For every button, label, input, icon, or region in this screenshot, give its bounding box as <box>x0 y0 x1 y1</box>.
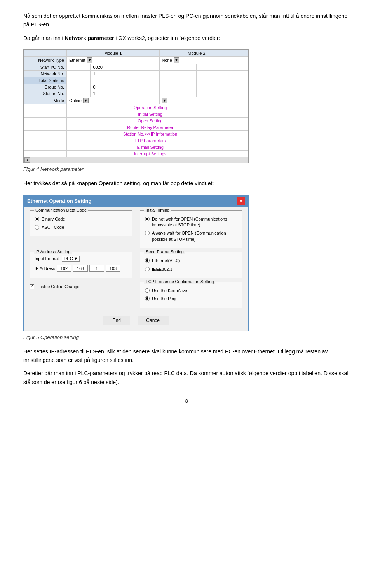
col-header-empty <box>24 50 67 57</box>
figure5-caption: Figur 5 Operation setting <box>23 334 79 340</box>
row-label: Mode <box>24 97 67 104</box>
tcp-existence-section: TCP Existence Confirmation Setting Use t… <box>140 282 242 308</box>
dialog-buttons: End Cancel <box>30 316 242 325</box>
row-label: Network Type <box>24 57 67 64</box>
ping-option[interactable]: Use the Ping <box>145 296 237 302</box>
ip-octet-4[interactable] <box>106 265 120 272</box>
ip-address-label: IP Address <box>35 266 55 271</box>
dropdown-icon[interactable]: ▼ <box>174 57 179 63</box>
plc-prefix: Deretter går man inn i PLC-parameters og… <box>23 370 152 376</box>
link-interrupt[interactable]: Interrupt Settings <box>67 151 234 157</box>
enable-online-checkbox-item[interactable]: Enable Online Change <box>30 284 80 289</box>
link-operation-setting[interactable]: Operation Setting <box>67 104 234 111</box>
ip-octet-3[interactable] <box>89 265 104 272</box>
initial-timing-section-box: Initial Timing Do not wait for OPEN (Com… <box>140 210 242 249</box>
table-row: Network No. 1 <box>24 71 248 77</box>
col-header-extra <box>234 50 248 57</box>
network-table-wrapper: Module 1 Module 2 Network Type Ethernet … <box>23 49 249 163</box>
table-row: Station No. 1 <box>24 90 248 97</box>
comm-data-code-section: Communication Data Code Binary Code ASCI… <box>30 210 132 237</box>
intro-para2-suffix: i GX works2, og setter inn følgende verd… <box>114 35 220 41</box>
link-router-relay[interactable]: Router Relay Parameter <box>67 124 234 131</box>
row-label: Network No. <box>24 71 67 77</box>
keepalive-option[interactable]: Use the KeepAlive <box>145 288 237 294</box>
link-email[interactable]: E-mail Setting <box>67 144 234 151</box>
dropdown-icon[interactable]: ▼ <box>83 98 89 103</box>
ethernet-v2-label: Ethernet(V2.0) <box>152 258 180 264</box>
col-header-module2: Module 2 <box>159 50 234 57</box>
network-parameter-link[interactable]: Network parameter <box>65 35 114 41</box>
table-row: Initial Setting <box>24 111 248 118</box>
table-row: Open Setting <box>24 118 248 124</box>
table-row: Operation Setting <box>24 104 248 111</box>
scroll-bar: ◄ <box>24 157 248 163</box>
row-val: Online ▼ <box>67 97 160 104</box>
end-button[interactable]: End <box>103 316 130 325</box>
ascii-code-option[interactable]: ASCII Code <box>35 224 127 230</box>
no-wait-open-radio[interactable] <box>145 217 150 221</box>
figure4-caption: Figur 4 Network parameter <box>23 166 84 172</box>
table-row: Router Relay Parameter <box>24 124 248 131</box>
network-table: Module 1 Module 2 Network Type Ethernet … <box>24 50 248 157</box>
always-wait-open-option[interactable]: Always wait for OPEN (Communication poss… <box>145 230 237 242</box>
input-format-dropdown[interactable]: DEC ▼ <box>62 256 80 262</box>
scroll-left-button[interactable]: ◄ <box>24 157 30 163</box>
row-label: Total Stations <box>24 77 67 84</box>
dialog-top-row: Communication Data Code Binary Code ASCI… <box>30 210 242 252</box>
ieee8023-label: IEEE802.3 <box>152 266 173 272</box>
ip-address-title: IP Address Setting <box>34 249 72 254</box>
table-row: Group No. 0 <box>24 84 248 90</box>
row-val: 0020 <box>91 64 159 71</box>
middle-row: IP Address Setting Input Format DEC ▼ IP… <box>30 252 242 278</box>
binary-code-label: Binary Code <box>42 216 65 222</box>
ethernet-v2-option[interactable]: Ethernet(V2.0) <box>145 258 237 264</box>
ip-address-row: IP Address <box>35 265 127 272</box>
dialog-close-button[interactable]: × <box>237 197 245 205</box>
bottom-row: Enable Online Change TCP Existence Confi… <box>30 282 242 312</box>
link-open-setting[interactable]: Open Setting <box>67 118 234 124</box>
plc-para: Deretter går man inn i PLC-parameters og… <box>23 369 350 386</box>
ip-octet-2[interactable] <box>73 265 88 272</box>
comm-data-section: Communication Data Code Binary Code ASCI… <box>30 210 132 252</box>
input-format-label: Input Format <box>35 256 59 261</box>
ip-octet-1[interactable] <box>57 265 71 272</box>
cancel-button[interactable]: Cancel <box>138 316 169 325</box>
comm-data-code-options: Binary Code ASCII Code <box>35 216 127 231</box>
ping-label: Use the Ping <box>152 296 176 302</box>
row-label: Station No. <box>24 90 67 97</box>
always-wait-open-radio[interactable] <box>145 231 150 235</box>
ip-para: Her settes IP-adressen til PLS-en, slik … <box>23 347 350 365</box>
dialog-titlebar: Ethernet Operation Setting × <box>24 196 248 207</box>
operation-setting-link[interactable]: Operation setting <box>99 180 140 186</box>
ieee8023-option[interactable]: IEEE802.3 <box>145 266 237 272</box>
ieee8023-radio[interactable] <box>145 267 150 271</box>
dropdown-icon[interactable]: ▼ <box>162 98 167 103</box>
send-frame-section: Send Frame Setting Ethernet(V2.0) IEEE80… <box>140 252 242 278</box>
link-ftp[interactable]: FTP Parameters <box>67 137 234 144</box>
page-number: 8 <box>23 398 350 404</box>
intro-para1: Nå som det er opprettet kommunikasjon me… <box>23 12 350 29</box>
binary-code-option[interactable]: Binary Code <box>35 216 127 222</box>
link-initial-setting[interactable]: Initial Setting <box>67 111 234 118</box>
row-label: Group No. <box>24 84 67 90</box>
dropdown-icon[interactable]: ▼ <box>87 57 92 63</box>
ascii-code-label: ASCII Code <box>42 224 64 230</box>
binary-code-radio[interactable] <box>35 217 39 221</box>
table-row: Total Stations <box>24 77 248 84</box>
figure4-container: Module 1 Module 2 Network Type Ethernet … <box>23 49 350 172</box>
keepalive-radio[interactable] <box>145 288 150 293</box>
ping-radio[interactable] <box>145 296 150 301</box>
dialog-body: Communication Data Code Binary Code ASCI… <box>24 207 248 331</box>
operation-para: Her trykkes det så på knappen Operation … <box>23 179 350 188</box>
keepalive-label: Use the KeepAlive <box>152 288 187 294</box>
enable-online-checkbox[interactable] <box>30 284 34 289</box>
no-wait-open-option[interactable]: Do not wait for OPEN (Communications imp… <box>145 216 237 228</box>
row-val2: None ▼ <box>159 57 234 64</box>
ethernet-v2-radio[interactable] <box>145 258 150 263</box>
ascii-code-radio[interactable] <box>35 225 39 230</box>
tcp-existence-options: Use the KeepAlive Use the Ping <box>145 288 237 302</box>
read-plc-data-link[interactable]: read PLC data. <box>152 370 188 376</box>
link-station-ip[interactable]: Station No.<->IP Information <box>67 131 234 137</box>
intro-para2-prefix: Da går man inn i <box>23 35 65 41</box>
dec-value: DEC <box>64 256 73 261</box>
